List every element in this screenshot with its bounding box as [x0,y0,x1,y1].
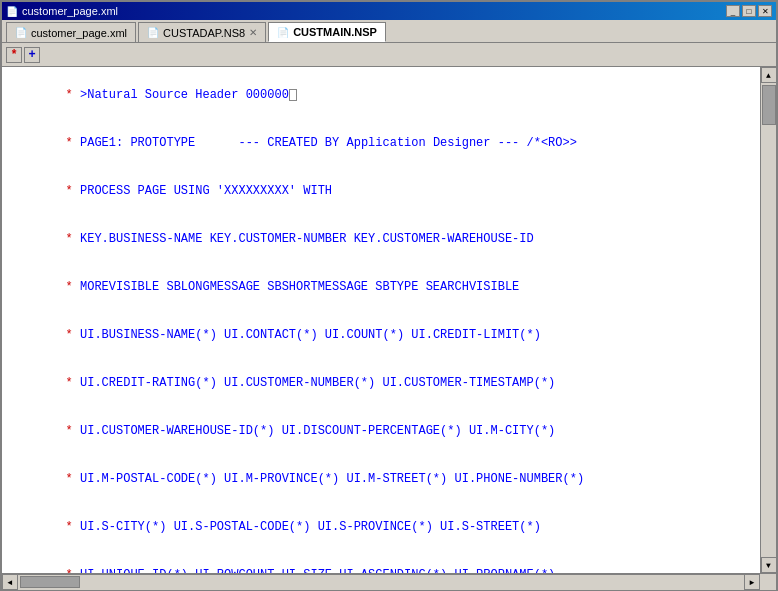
tab-label: CUSTADAP.NS8 [163,27,245,39]
scroll-down-button[interactable]: ▼ [761,557,777,573]
star-button[interactable]: * [6,47,22,63]
vertical-scrollbar: ▲ ▼ [760,67,776,573]
title-bar: 📄 customer_page.xml _ □ ✕ [2,2,776,20]
tab-custmain[interactable]: 📄 CUSTMAIN.NSP [268,22,386,42]
tab-icon: 📄 [277,27,289,38]
window-icon: 📄 [6,6,18,17]
tab-custadap[interactable]: 📄 CUSTADAP.NS8 ✕ [138,22,266,42]
minimize-button[interactable]: _ [726,5,740,17]
content-area: * >Natural Source Header 000000 * PAGE1:… [2,67,776,573]
tab-icon: 📄 [147,27,159,38]
bottom-bar: ◄ ► [2,573,776,589]
code-line-7: * UI.CREDIT-RATING(*) UI.CUSTOMER-NUMBER… [8,359,754,407]
code-line-2: * PAGE1: PROTOTYPE --- CREATED BY Applic… [8,119,754,167]
tab-label: customer_page.xml [31,27,127,39]
tab-customer-page[interactable]: 📄 customer_page.xml [6,22,136,42]
code-line-11: * UI.UNIQUE-ID(*) UI.ROWCOUNT UI.SIZE UI… [8,551,754,573]
code-line-10: * UI.S-CITY(*) UI.S-POSTAL-CODE(*) UI.S-… [8,503,754,551]
code-line-3: * PROCESS PAGE USING 'XXXXXXXXX' WITH [8,167,754,215]
title-bar-left: 📄 customer_page.xml [6,5,118,17]
code-line-9: * UI.M-POSTAL-CODE(*) UI.M-PROVINCE(*) U… [8,455,754,503]
scroll-thumb-v[interactable] [762,85,776,125]
code-line-1: * >Natural Source Header 000000 [8,71,754,119]
close-button[interactable]: ✕ [758,5,772,17]
tab-label: CUSTMAIN.NSP [293,26,377,38]
scroll-up-button[interactable]: ▲ [761,67,777,83]
horizontal-scrollbar: ◄ ► [2,574,760,590]
code-line-5: * MOREVISIBLE SBLONGMESSAGE SBSHORTMESSA… [8,263,754,311]
maximize-button[interactable]: □ [742,5,756,17]
size-grip [760,574,776,590]
expand-button[interactable]: + [24,47,40,63]
tab-close-icon[interactable]: ✕ [249,27,257,38]
scroll-thumb-h[interactable] [20,576,80,588]
window-title: customer_page.xml [22,5,118,17]
scroll-right-button[interactable]: ► [744,574,760,590]
scroll-track-h[interactable] [18,575,744,590]
tab-icon: 📄 [15,27,27,38]
main-window: 📄 customer_page.xml _ □ ✕ 📄 customer_pag… [0,0,778,591]
code-line-6: * UI.BUSINESS-NAME(*) UI.CONTACT(*) UI.C… [8,311,754,359]
toolbar: * + [2,43,776,67]
scroll-left-button[interactable]: ◄ [2,574,18,590]
tab-bar: 📄 customer_page.xml 📄 CUSTADAP.NS8 ✕ 📄 C… [2,20,776,43]
scroll-track-v[interactable] [761,83,776,557]
code-line-8: * UI.CUSTOMER-WAREHOUSE-ID(*) UI.DISCOUN… [8,407,754,455]
code-editor[interactable]: * >Natural Source Header 000000 * PAGE1:… [2,67,760,573]
star-icon: * [66,88,73,102]
code-line-4: * KEY.BUSINESS-NAME KEY.CUSTOMER-NUMBER … [8,215,754,263]
title-bar-buttons: _ □ ✕ [726,5,772,17]
